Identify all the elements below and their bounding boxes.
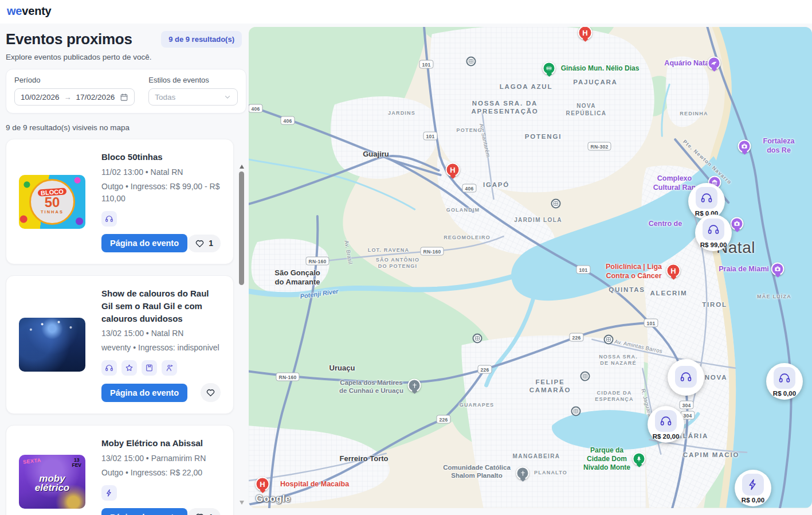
map-label: MANGABEIRA — [513, 453, 560, 461]
church-poi-marker[interactable] — [516, 467, 529, 480]
event-card-body: Bloco 50tinhas11/02 13:00 • Natal RNOutg… — [101, 151, 221, 252]
event-card-footer: Página do evento1 — [101, 234, 221, 252]
event-price-marker[interactable]: R$ 0,00 — [735, 470, 771, 506]
period-label: Período — [14, 76, 135, 84]
map-label: FELIPE CAMARÃO — [529, 378, 571, 395]
map-label: Centro de — [649, 220, 682, 229]
camera-poi-marker[interactable] — [738, 140, 751, 153]
event-card[interactable]: Show de calouros do Raul Gil sem o Raul … — [6, 275, 234, 414]
map-label: JARDIM LOLA — [514, 217, 562, 224]
headphones-icon — [675, 366, 697, 388]
event-thumbnail[interactable]: BLOCO50TINHAS — [19, 175, 85, 229]
hospital-poi-marker[interactable]: H — [256, 477, 270, 491]
event-page-button[interactable]: Página do evento — [101, 508, 187, 515]
map-label: Guajiru — [363, 150, 389, 159]
event-price-marker[interactable]: R$ 20,00 — [648, 406, 684, 443]
map-label: NOSSA SRA. DA APRESENTAÇÃO — [471, 99, 538, 116]
event-card[interactable]: SEXTA13 FEVmoby elétricoMoby Elétrico na… — [6, 425, 234, 515]
map-label: JARDINS — [388, 110, 415, 116]
map-label: CAPIM MACIO — [683, 451, 739, 459]
lightning-icon — [742, 474, 764, 496]
bloco-text-top: BLOCO — [38, 188, 66, 197]
event-datetime-location: 13/02 15:00 • Parnamirim RN — [101, 454, 221, 463]
events-panel: Eventos proximos 9 de 9 resultado(s) Exp… — [0, 24, 248, 515]
map-label: LAGOA AZUL — [500, 83, 553, 91]
styles-select[interactable]: Todas — [148, 88, 238, 106]
hospital-poi-marker[interactable]: H — [578, 27, 593, 40]
event-card-footer: Página do evento1 — [101, 508, 221, 515]
moby-title-text: moby elétrico — [19, 474, 85, 493]
event-price-marker[interactable]: R$ 99,00 — [695, 214, 732, 251]
road-shield: RN-160 — [276, 373, 299, 381]
app-header: weventy — [0, 0, 812, 24]
map-label: CIDADE DA ESPERANÇA — [595, 390, 633, 403]
map-label: IGAPÓ — [483, 181, 509, 189]
map-label: Av. Amintas Barros — [614, 338, 663, 354]
event-datetime-location: 11/02 13:00 • Natal RN — [101, 167, 221, 177]
camera-poi-marker[interactable] — [771, 263, 784, 276]
styles-select-value: Todas — [155, 93, 175, 102]
panel-title-row: Eventos proximos 9 de 9 resultado(s) — [6, 30, 242, 48]
date-to-value: 17/02/2026 — [76, 93, 115, 102]
event-card[interactable]: BLOCO50TINHASBloco 50tinhas11/02 13:00 •… — [6, 139, 234, 264]
tree-poi-marker[interactable] — [633, 452, 646, 466]
scrollbar-thumb[interactable] — [239, 171, 244, 285]
map-label: Praia de Miami — [719, 265, 769, 274]
map-label: São Gonçalo do Amarante — [274, 268, 320, 287]
event-page-button[interactable]: Página do evento — [101, 384, 187, 402]
map-label: Ginásio Mun. Nélio Dias — [561, 64, 640, 73]
headphones-icon — [655, 410, 677, 432]
map-label: Policlínica | Liga Contra o Câncer — [606, 263, 662, 280]
map-label: PAJUÇARA — [573, 78, 617, 86]
weventy-logo[interactable]: weventy — [7, 5, 52, 18]
road-shield: 226 — [436, 415, 450, 424]
map-label: REGOMOLEIRO — [444, 235, 491, 241]
map-label: Pte. Newton Navarro — [681, 139, 733, 186]
list-scrollbar[interactable] — [238, 163, 246, 509]
road-shield: 101 — [576, 266, 590, 274]
scroll-down-arrow-icon[interactable] — [240, 501, 244, 505]
church-poi-marker[interactable] — [408, 379, 421, 392]
styles-filter: Estilos de eventos Todas — [148, 76, 238, 106]
gym-poi-marker[interactable] — [543, 62, 556, 75]
event-price-marker[interactable]: R$ 0,00 — [688, 183, 725, 220]
date-range-input[interactable]: 10/02/2026 → 17/02/2026 — [14, 88, 135, 106]
event-thumbnail[interactable] — [19, 318, 85, 372]
transit-station-icon — [473, 334, 483, 344]
event-price-marker[interactable]: R$ 0,00 — [766, 363, 803, 400]
event-thumbnail[interactable]: SEXTA13 FEVmoby elétrico — [19, 455, 85, 509]
map[interactable]: LAGOA AZULPAJUÇARANOVA REPÚBLICAPOTENGIP… — [249, 27, 812, 508]
like-button[interactable]: 1 — [187, 235, 221, 252]
map-label: Hospital de Macaíba — [280, 480, 349, 489]
camera-poi-marker[interactable] — [731, 217, 744, 231]
hospital-poi-marker[interactable]: H — [666, 264, 681, 278]
event-price-marker[interactable] — [668, 359, 704, 396]
marker-price: R$ 99,00 — [700, 241, 727, 248]
date-from-value: 10/02/2026 — [21, 93, 60, 102]
event-style-tags — [101, 211, 221, 227]
like-count: 1 — [209, 513, 213, 515]
map-label: GOLANDIM — [446, 207, 480, 213]
map-label: Parque da Cidade Dom Nivaldo Monte — [583, 446, 630, 472]
event-card-footer: Página do evento — [101, 383, 221, 402]
transit-station-icon — [580, 372, 590, 381]
scroll-up-arrow-icon[interactable] — [240, 165, 244, 169]
headphones-icon — [703, 219, 724, 240]
marker-price: R$ 20,00 — [653, 433, 680, 440]
aquarium-poi-marker[interactable] — [708, 57, 721, 70]
period-filter: Período 10/02/2026 → 17/02/2026 — [14, 76, 135, 106]
styles-label: Estilos de eventos — [148, 76, 238, 84]
event-style-tags — [101, 485, 221, 501]
hospital-poi-marker[interactable]: H — [446, 163, 460, 177]
logo-we: we — [7, 5, 22, 17]
like-button[interactable]: 1 — [187, 508, 221, 515]
map-label: PLANALTO — [534, 470, 567, 476]
map-label: Ferreiro Torto — [340, 454, 389, 463]
google-logo[interactable]: Google — [256, 493, 291, 505]
page-title: Eventos proximos — [6, 30, 132, 48]
event-page-button[interactable]: Página do evento — [101, 234, 187, 252]
headphones-icon — [101, 360, 117, 376]
road-shield: 226 — [477, 365, 492, 374]
like-button[interactable] — [201, 383, 221, 402]
map-label: Fortaleza dos Re — [762, 137, 795, 155]
